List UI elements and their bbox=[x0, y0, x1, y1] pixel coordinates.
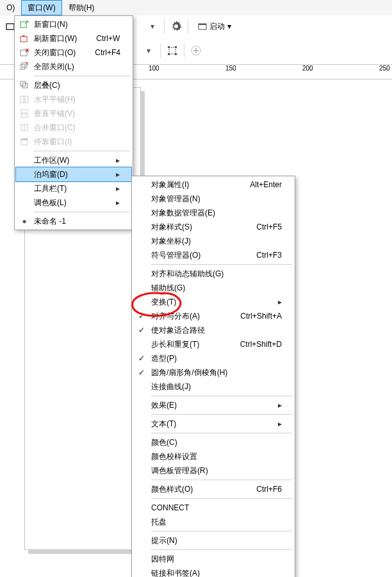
menu-item-hints[interactable]: 提示(N) bbox=[133, 533, 293, 548]
ruler-label: 200 bbox=[302, 65, 313, 72]
menu-item-transform[interactable]: 变换(T)▸ bbox=[133, 295, 293, 309]
add-icon[interactable] bbox=[190, 44, 202, 57]
menu-item-color[interactable]: 颜色(C) bbox=[133, 435, 293, 449]
menu-item-links-bookmarks[interactable]: 链接和书签(A) bbox=[133, 566, 293, 577]
toolbar-separator bbox=[188, 19, 188, 33]
menu-item-close-window[interactable]: 关闭窗口(O)Ctrl+F4 bbox=[16, 46, 131, 60]
menu-separator bbox=[34, 151, 130, 151]
dock-icon bbox=[17, 135, 31, 149]
menu-item-object-properties[interactable]: 对象属性(I)Alt+Enter bbox=[133, 178, 293, 192]
gear-icon[interactable] bbox=[170, 20, 183, 33]
menu-item-align-dynamic-guides[interactable]: 对齐和动态辅助线(G) bbox=[133, 267, 293, 281]
menu-item-cascade[interactable]: 层叠(C) bbox=[16, 78, 131, 92]
check-icon: ✓ bbox=[135, 351, 149, 365]
cascade-icon bbox=[17, 78, 31, 92]
menu-item-new-window[interactable]: 新窗口(N) bbox=[16, 17, 131, 31]
launch-icon bbox=[198, 22, 207, 31]
menu-separator bbox=[34, 76, 130, 76]
close-window-icon bbox=[17, 46, 31, 60]
menu-separator bbox=[151, 549, 292, 550]
submenu-arrow-icon: ▸ bbox=[113, 156, 120, 165]
launch-button[interactable]: 启动 ▾ bbox=[193, 19, 236, 34]
toolbar-separator bbox=[184, 44, 184, 58]
tile-h-icon bbox=[17, 92, 31, 106]
submenu-arrow-icon: ▸ bbox=[113, 184, 120, 193]
refresh-icon bbox=[17, 31, 31, 46]
ruler-label: 150 bbox=[225, 65, 236, 72]
menu-item-document-1[interactable]: ●未命名 -1 bbox=[16, 214, 131, 228]
menu-item-connect[interactable]: CONNECT bbox=[133, 501, 293, 515]
menu-item-workspace[interactable]: 工作区(W)▸ bbox=[16, 153, 131, 167]
menu-dockers: 对象属性(I)Alt+Enter 对象管理器(N) 对象数据管理器(E) 对象样… bbox=[131, 176, 295, 577]
menu-item-fillet[interactable]: ✓圆角/扇形角/倒棱角(H) bbox=[133, 365, 293, 380]
bounding-box-icon[interactable] bbox=[166, 44, 179, 57]
menu-item-object-data-manager[interactable]: 对象数据管理器(E) bbox=[133, 206, 293, 220]
menu-item-combine-window: 合并窗口(C) bbox=[16, 121, 131, 135]
svg-rect-6 bbox=[168, 53, 170, 55]
menu-item-tray[interactable]: 托盘 bbox=[133, 515, 293, 529]
menu-separator bbox=[151, 433, 292, 433]
menu-item-object-manager[interactable]: 对象管理器(N) bbox=[133, 192, 293, 206]
menu-item-effects[interactable]: 效果(E)▸ bbox=[133, 398, 293, 412]
ruler-label: 250 bbox=[379, 65, 390, 72]
menu-item-dockers[interactable]: 泊坞窗(D)▸ bbox=[16, 167, 131, 181]
menu-item-text[interactable]: 文本(T)▸ bbox=[133, 417, 293, 431]
check-icon: ✓ bbox=[135, 323, 149, 337]
menu-separator bbox=[151, 480, 292, 480]
svg-rect-2 bbox=[199, 24, 206, 25]
menu-separator bbox=[151, 264, 292, 265]
menu-item-step-repeat[interactable]: 步长和重复(T)Ctrl+Shift+D bbox=[133, 337, 293, 351]
bullet-icon: ● bbox=[17, 214, 31, 228]
new-window-icon bbox=[17, 17, 31, 31]
dropdown-chevron-icon[interactable]: ▾ bbox=[142, 44, 155, 57]
menu-item-shaping[interactable]: ✓造型(P) bbox=[133, 351, 293, 365]
menubar-item-help[interactable]: 帮助(H) bbox=[62, 0, 101, 15]
menu-item-object-styles[interactable]: 对象样式(S)Ctrl+F5 bbox=[133, 220, 293, 234]
menu-item-align-distribute[interactable]: ✓对齐与分布(A)Ctrl+Shift+A bbox=[133, 309, 293, 323]
svg-rect-0 bbox=[6, 24, 14, 29]
menu-item-dock-window: 停靠窗口(I) bbox=[16, 135, 131, 149]
menu-item-internet[interactable]: 因特网 bbox=[133, 552, 293, 566]
menu-item-tile-vertical: 垂直平铺(V) bbox=[16, 106, 131, 121]
menu-separator bbox=[151, 531, 292, 531]
menubar-item-window[interactable]: 窗口(W) bbox=[21, 0, 61, 15]
launch-label: 启动 bbox=[209, 21, 225, 32]
menubar-item-prev[interactable]: O) bbox=[0, 0, 21, 15]
menu-item-symbol-manager[interactable]: 符号管理器(O)Ctrl+F3 bbox=[133, 248, 293, 262]
svg-rect-11 bbox=[20, 22, 26, 28]
menu-separator bbox=[151, 498, 292, 499]
svg-rect-4 bbox=[168, 46, 170, 48]
svg-rect-12 bbox=[20, 37, 27, 42]
submenu-arrow-icon: ▸ bbox=[275, 297, 282, 306]
menu-item-palette-manager[interactable]: 调色板管理器(R) bbox=[133, 464, 293, 478]
svg-rect-25 bbox=[21, 138, 28, 140]
svg-rect-18 bbox=[20, 96, 24, 103]
menu-item-refresh-window[interactable]: 刷新窗口(W)Ctrl+W bbox=[16, 31, 131, 46]
svg-rect-3 bbox=[169, 47, 176, 54]
ruler-label: 100 bbox=[149, 65, 159, 72]
menu-item-palettes[interactable]: 调色板(L)▸ bbox=[16, 196, 131, 210]
svg-rect-21 bbox=[21, 114, 28, 117]
svg-rect-5 bbox=[175, 46, 177, 48]
menu-item-join-curves[interactable]: 连接曲线(J) bbox=[133, 380, 293, 394]
check-icon: ✓ bbox=[135, 365, 149, 380]
menu-item-close-all[interactable]: 全部关闭(L) bbox=[16, 60, 131, 74]
svg-rect-7 bbox=[175, 53, 177, 55]
menu-separator bbox=[151, 396, 292, 396]
menu-item-guidelines[interactable]: 辅助线(G) bbox=[133, 281, 293, 295]
submenu-arrow-icon: ▸ bbox=[275, 419, 282, 428]
menu-item-fit-path[interactable]: ✓使对象适合路径 bbox=[133, 323, 293, 337]
toolbar-separator bbox=[164, 19, 165, 33]
menu-item-toolbars[interactable]: 工具栏(T)▸ bbox=[16, 181, 131, 196]
menu-item-color-proof[interactable]: 颜色校样设置 bbox=[133, 449, 293, 464]
menu-separator bbox=[34, 212, 130, 212]
menubar-item-window-label: 窗口(W) bbox=[28, 3, 55, 12]
svg-rect-20 bbox=[21, 110, 28, 113]
dropdown-chevron-icon[interactable]: ▾ bbox=[146, 20, 159, 33]
menu-item-color-styles[interactable]: 颜色样式(O)Ctrl+F6 bbox=[133, 482, 293, 496]
svg-rect-19 bbox=[25, 96, 28, 103]
tile-v-icon bbox=[17, 106, 31, 121]
menu-window: 新窗口(N) 刷新窗口(W)Ctrl+W 关闭窗口(O)Ctrl+F4 全部关闭… bbox=[14, 15, 133, 230]
menu-item-object-coordinates[interactable]: 对象坐标(J) bbox=[133, 234, 293, 248]
menu-separator bbox=[151, 414, 292, 415]
